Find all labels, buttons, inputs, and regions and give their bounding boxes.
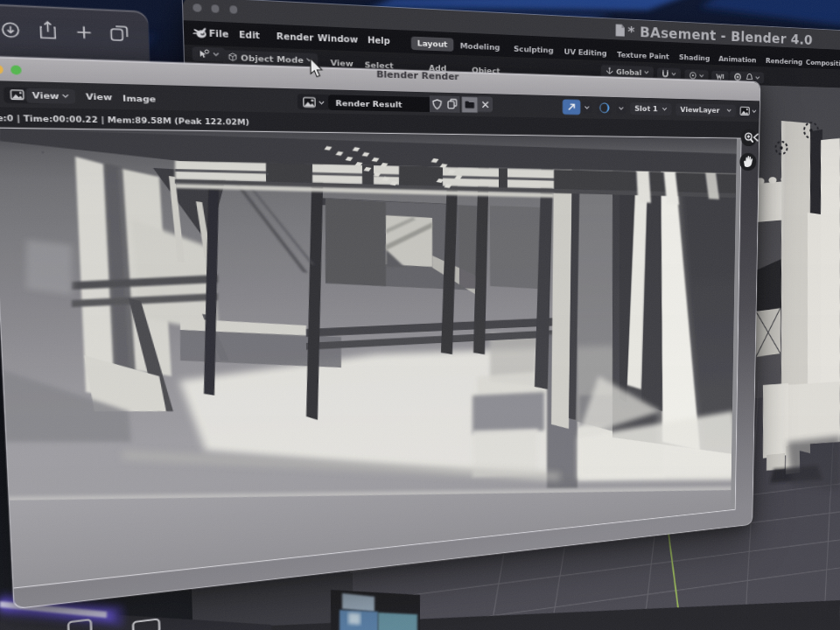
render-pass-button[interactable] <box>737 103 760 118</box>
chevron-down-icon <box>619 105 624 110</box>
chevron-down-icon <box>318 100 325 106</box>
mouse-cursor <box>308 57 325 79</box>
close-x-icon <box>481 101 489 109</box>
slot-dropdown[interactable]: Slot 1 <box>630 102 671 115</box>
shield-fake-user-icon <box>432 99 443 110</box>
browse-image-button[interactable] <box>298 94 331 110</box>
image-editor-icon <box>10 89 24 101</box>
duplicate-icon <box>447 99 458 109</box>
pin-arrow-icon <box>566 102 577 112</box>
pin-chevron[interactable] <box>582 102 592 114</box>
chevron-down-icon <box>62 93 70 100</box>
image-icon <box>303 96 316 108</box>
duplicate-image-button[interactable] <box>444 95 459 112</box>
chevron-down-icon <box>662 106 668 111</box>
slot-label: Slot 1 <box>634 104 657 113</box>
display-channels-button[interactable] <box>597 101 612 116</box>
region-corner-icon <box>752 133 760 142</box>
fake-user-button[interactable] <box>430 95 445 112</box>
pin-button[interactable] <box>563 99 580 115</box>
screen-plane: * BAsement - Blender 4.0 File Edit Rende… <box>0 57 760 608</box>
unlink-button[interactable] <box>478 96 493 112</box>
view-dropdown[interactable]: View <box>25 88 76 103</box>
image-name-field[interactable]: Render Result <box>328 94 430 112</box>
display-channels-icon <box>599 102 610 114</box>
chevron-down-icon <box>752 108 757 114</box>
chevron-down-icon <box>726 108 732 113</box>
menu-view[interactable]: View <box>86 91 112 102</box>
open-image-button[interactable] <box>462 96 478 112</box>
render-result-window: Blender Render View View Image Render Re… <box>0 57 760 608</box>
image-name-label: Render Result <box>335 98 402 108</box>
channels-chevron[interactable] <box>616 102 626 115</box>
pan-hand-button[interactable] <box>739 152 756 170</box>
chevron-down-icon <box>584 104 590 109</box>
image-icon <box>739 106 749 116</box>
viewlayer-dropdown[interactable]: ViewLayer <box>676 103 736 116</box>
menu-label: Image <box>122 93 156 103</box>
menu-image[interactable]: Image <box>122 93 156 103</box>
folder-open-icon <box>465 100 475 109</box>
viewlayer-label: ViewLayer <box>680 105 719 115</box>
rendered-image[interactable] <box>0 128 741 589</box>
menu-label: View <box>86 91 112 102</box>
view-label: View <box>32 90 59 101</box>
render-stats: Frame:0 | Time:00:00.22 | Mem:89.58M (Pe… <box>0 113 249 127</box>
